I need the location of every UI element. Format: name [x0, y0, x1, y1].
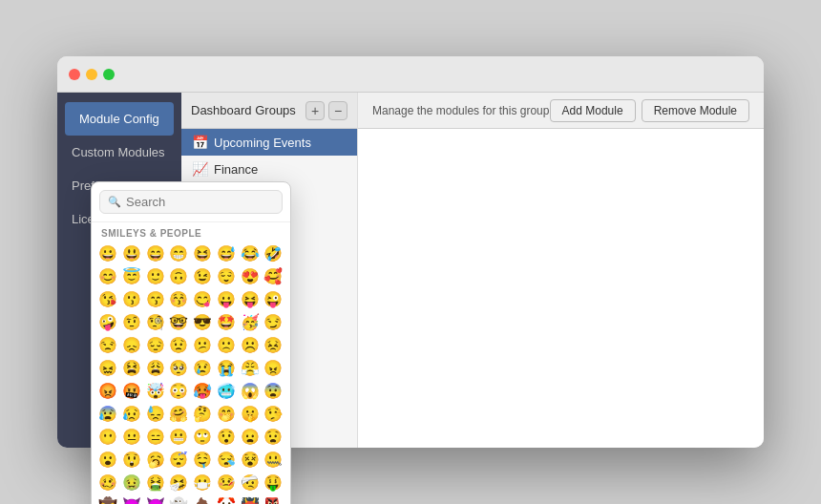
emoji-cell[interactable]: 😨	[263, 380, 284, 401]
emoji-cell[interactable]: 😪	[216, 449, 237, 470]
emoji-cell[interactable]: ☹️	[240, 334, 261, 355]
emoji-cell[interactable]: 🤬	[121, 380, 142, 401]
emoji-cell[interactable]: 😊	[97, 265, 118, 286]
emoji-cell[interactable]: 😩	[145, 357, 166, 378]
emoji-cell[interactable]: 😙	[145, 288, 166, 309]
emoji-cell[interactable]: 😛	[216, 288, 237, 309]
emoji-cell[interactable]: 🙃	[168, 265, 189, 286]
emoji-cell[interactable]: 😲	[121, 449, 142, 470]
emoji-cell[interactable]: 🤯	[145, 380, 166, 401]
emoji-cell[interactable]: 🤫	[240, 403, 261, 424]
emoji-cell[interactable]: 😕	[192, 334, 213, 355]
emoji-cell[interactable]: 😃	[121, 242, 142, 263]
emoji-cell[interactable]: 😗	[121, 288, 142, 309]
emoji-cell[interactable]: 😌	[216, 265, 237, 286]
emoji-cell[interactable]: 😉	[192, 265, 213, 286]
emoji-cell[interactable]: 😈	[121, 494, 142, 504]
emoji-cell[interactable]: 😚	[168, 288, 189, 309]
emoji-cell[interactable]: 🙁	[216, 334, 237, 355]
emoji-cell[interactable]: 😫	[121, 357, 142, 378]
emoji-cell[interactable]: 🥱	[145, 449, 166, 470]
emoji-cell[interactable]: 😡	[97, 380, 118, 401]
emoji-cell[interactable]: 🤢	[121, 472, 142, 493]
emoji-cell[interactable]: 🤔	[192, 403, 213, 424]
emoji-cell[interactable]: 😀	[97, 242, 118, 263]
emoji-cell[interactable]: 😜	[263, 288, 284, 309]
emoji-cell[interactable]: 🤐	[263, 449, 284, 470]
emoji-cell[interactable]: 😮	[97, 449, 118, 470]
emoji-cell[interactable]: 😤	[240, 357, 261, 378]
emoji-cell[interactable]: 👹	[240, 494, 261, 504]
emoji-cell[interactable]: 🤧	[168, 472, 189, 493]
emoji-cell[interactable]: 😂	[240, 242, 261, 263]
emoji-cell[interactable]: 😔	[145, 334, 166, 355]
emoji-cell[interactable]: 😞	[121, 334, 142, 355]
emoji-cell[interactable]: 🤣	[263, 242, 284, 263]
emoji-cell[interactable]: 🤑	[263, 472, 284, 493]
emoji-cell[interactable]: 🤕	[240, 472, 261, 493]
emoji-cell[interactable]: 😥	[121, 403, 142, 424]
emoji-cell[interactable]: 😴	[168, 449, 189, 470]
emoji-cell[interactable]: 😷	[192, 472, 213, 493]
emoji-cell[interactable]: 😋	[192, 288, 213, 309]
emoji-cell[interactable]: 😧	[263, 426, 284, 447]
emoji-cell[interactable]: 🥳	[240, 311, 261, 332]
emoji-cell[interactable]: 👺	[263, 494, 284, 504]
emoji-cell[interactable]: 😖	[97, 357, 118, 378]
emoji-cell[interactable]: 🥴	[97, 472, 118, 493]
emoji-cell[interactable]: 😟	[168, 334, 189, 355]
emoji-cell[interactable]: 🙄	[192, 426, 213, 447]
emoji-cell[interactable]: 🤮	[145, 472, 166, 493]
emoji-cell[interactable]: 😢	[192, 357, 213, 378]
emoji-cell[interactable]: 🤨	[121, 311, 142, 332]
emoji-cell[interactable]: 😝	[240, 288, 261, 309]
emoji-cell[interactable]: 😱	[240, 380, 261, 401]
emoji-cell[interactable]: 😁	[168, 242, 189, 263]
emoji-cell[interactable]: 😭	[216, 357, 237, 378]
emoji-cell[interactable]: 😎	[192, 311, 213, 332]
emoji-cell[interactable]: 😇	[121, 265, 142, 286]
emoji-cell[interactable]: 🥶	[216, 380, 237, 401]
emoji-cell[interactable]: 🥵	[192, 380, 213, 401]
remove-group-button[interactable]: −	[328, 101, 347, 120]
group-item-finance[interactable]: 📈Finance	[181, 156, 357, 182]
emoji-cell[interactable]: 😰	[97, 403, 118, 424]
emoji-cell[interactable]: 😠	[263, 357, 284, 378]
emoji-cell[interactable]: 🤥	[263, 403, 284, 424]
emoji-cell[interactable]: 🤗	[168, 403, 189, 424]
minimize-button[interactable]	[86, 69, 97, 80]
emoji-cell[interactable]: 🤩	[216, 311, 237, 332]
sidebar-item-custom-modules[interactable]: Custom Modules	[57, 136, 181, 169]
emoji-cell[interactable]: 😑	[145, 426, 166, 447]
emoji-cell[interactable]: 😏	[263, 311, 284, 332]
emoji-cell[interactable]: 🧐	[145, 311, 166, 332]
group-item-upcoming-events[interactable]: 📅Upcoming Events	[181, 129, 357, 156]
emoji-cell[interactable]: 🤪	[97, 311, 118, 332]
emoji-cell[interactable]: 😒	[97, 334, 118, 355]
emoji-cell[interactable]: 😍	[240, 265, 261, 286]
emoji-cell[interactable]: 🤒	[216, 472, 237, 493]
emoji-cell[interactable]: 😦	[240, 426, 261, 447]
emoji-cell[interactable]: 😬	[168, 426, 189, 447]
emoji-cell[interactable]: 🥺	[168, 357, 189, 378]
emoji-cell[interactable]: 😯	[216, 426, 237, 447]
maximize-button[interactable]	[103, 69, 115, 80]
emoji-cell[interactable]: 😆	[192, 242, 213, 263]
emoji-cell[interactable]: 👻	[168, 494, 189, 504]
add-module-button[interactable]: Add Module	[550, 99, 636, 122]
sidebar-item-module-config[interactable]: Module Config	[65, 102, 174, 136]
emoji-cell[interactable]: 🤓	[168, 311, 189, 332]
emoji-cell[interactable]: 🤭	[216, 403, 237, 424]
emoji-search-input[interactable]	[126, 195, 274, 209]
close-button[interactable]	[69, 69, 80, 80]
emoji-cell[interactable]: 🤠	[97, 494, 118, 504]
add-group-button[interactable]: +	[305, 101, 325, 120]
emoji-cell[interactable]: 😘	[97, 288, 118, 309]
emoji-cell[interactable]: 😐	[121, 426, 142, 447]
emoji-cell[interactable]: 🤡	[216, 494, 237, 504]
emoji-cell[interactable]: 🤤	[192, 449, 213, 470]
emoji-cell[interactable]: 😳	[168, 380, 189, 401]
emoji-cell[interactable]: 🥰	[263, 265, 284, 286]
remove-module-button[interactable]: Remove Module	[642, 99, 749, 122]
emoji-cell[interactable]: 😅	[216, 242, 237, 263]
